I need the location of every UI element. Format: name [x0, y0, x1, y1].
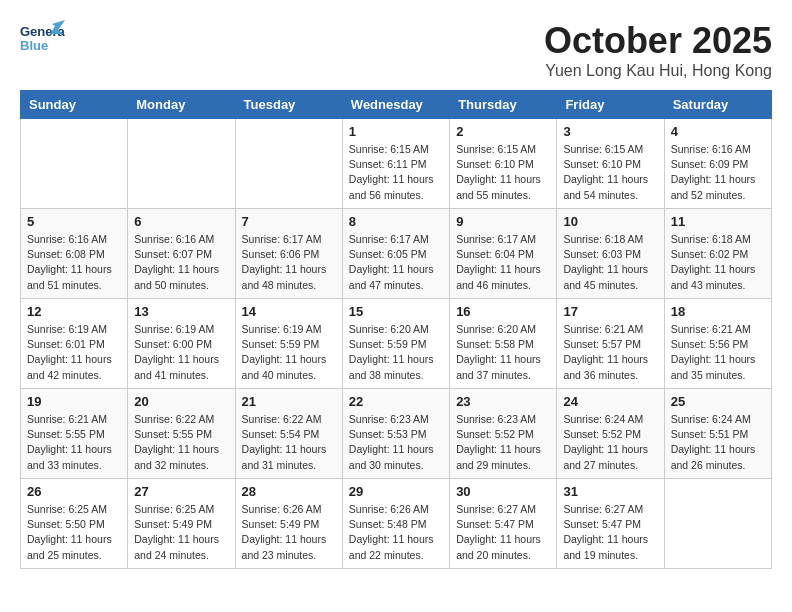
day-info: Sunrise: 6:15 AM Sunset: 6:10 PM Dayligh…	[563, 142, 657, 203]
day-info: Sunrise: 6:26 AM Sunset: 5:48 PM Dayligh…	[349, 502, 443, 563]
calendar-cell: 20Sunrise: 6:22 AM Sunset: 5:55 PM Dayli…	[128, 389, 235, 479]
col-header-sunday: Sunday	[21, 91, 128, 119]
day-number: 19	[27, 394, 121, 409]
header-row: SundayMondayTuesdayWednesdayThursdayFrid…	[21, 91, 772, 119]
calendar-cell: 5Sunrise: 6:16 AM Sunset: 6:08 PM Daylig…	[21, 209, 128, 299]
week-row-4: 19Sunrise: 6:21 AM Sunset: 5:55 PM Dayli…	[21, 389, 772, 479]
calendar-cell	[128, 119, 235, 209]
calendar-cell	[21, 119, 128, 209]
week-row-2: 5Sunrise: 6:16 AM Sunset: 6:08 PM Daylig…	[21, 209, 772, 299]
calendar-cell: 11Sunrise: 6:18 AM Sunset: 6:02 PM Dayli…	[664, 209, 771, 299]
calendar-cell: 27Sunrise: 6:25 AM Sunset: 5:49 PM Dayli…	[128, 479, 235, 569]
calendar-cell: 22Sunrise: 6:23 AM Sunset: 5:53 PM Dayli…	[342, 389, 449, 479]
title-area: October 2025 Yuen Long Kau Hui, Hong Kon…	[544, 20, 772, 80]
day-info: Sunrise: 6:23 AM Sunset: 5:52 PM Dayligh…	[456, 412, 550, 473]
day-info: Sunrise: 6:20 AM Sunset: 5:59 PM Dayligh…	[349, 322, 443, 383]
day-info: Sunrise: 6:16 AM Sunset: 6:07 PM Dayligh…	[134, 232, 228, 293]
day-info: Sunrise: 6:27 AM Sunset: 5:47 PM Dayligh…	[456, 502, 550, 563]
calendar-cell: 12Sunrise: 6:19 AM Sunset: 6:01 PM Dayli…	[21, 299, 128, 389]
day-info: Sunrise: 6:21 AM Sunset: 5:55 PM Dayligh…	[27, 412, 121, 473]
day-number: 1	[349, 124, 443, 139]
calendar-cell: 1Sunrise: 6:15 AM Sunset: 6:11 PM Daylig…	[342, 119, 449, 209]
calendar-cell: 30Sunrise: 6:27 AM Sunset: 5:47 PM Dayli…	[450, 479, 557, 569]
calendar-cell	[664, 479, 771, 569]
day-info: Sunrise: 6:16 AM Sunset: 6:09 PM Dayligh…	[671, 142, 765, 203]
logo: General Blue	[20, 20, 65, 62]
day-info: Sunrise: 6:21 AM Sunset: 5:56 PM Dayligh…	[671, 322, 765, 383]
calendar-cell: 15Sunrise: 6:20 AM Sunset: 5:59 PM Dayli…	[342, 299, 449, 389]
day-number: 23	[456, 394, 550, 409]
day-number: 18	[671, 304, 765, 319]
day-number: 22	[349, 394, 443, 409]
logo-icon: General Blue	[20, 20, 65, 62]
day-info: Sunrise: 6:25 AM Sunset: 5:50 PM Dayligh…	[27, 502, 121, 563]
day-number: 24	[563, 394, 657, 409]
day-number: 11	[671, 214, 765, 229]
day-number: 29	[349, 484, 443, 499]
day-info: Sunrise: 6:15 AM Sunset: 6:11 PM Dayligh…	[349, 142, 443, 203]
week-row-1: 1Sunrise: 6:15 AM Sunset: 6:11 PM Daylig…	[21, 119, 772, 209]
day-info: Sunrise: 6:18 AM Sunset: 6:02 PM Dayligh…	[671, 232, 765, 293]
page-header: General Blue October 2025 Yuen Long Kau …	[20, 20, 772, 80]
calendar-cell: 24Sunrise: 6:24 AM Sunset: 5:52 PM Dayli…	[557, 389, 664, 479]
day-number: 17	[563, 304, 657, 319]
week-row-5: 26Sunrise: 6:25 AM Sunset: 5:50 PM Dayli…	[21, 479, 772, 569]
col-header-wednesday: Wednesday	[342, 91, 449, 119]
location-subtitle: Yuen Long Kau Hui, Hong Kong	[544, 62, 772, 80]
day-number: 21	[242, 394, 336, 409]
svg-text:Blue: Blue	[20, 38, 48, 53]
calendar-cell: 2Sunrise: 6:15 AM Sunset: 6:10 PM Daylig…	[450, 119, 557, 209]
day-info: Sunrise: 6:20 AM Sunset: 5:58 PM Dayligh…	[456, 322, 550, 383]
day-info: Sunrise: 6:19 AM Sunset: 5:59 PM Dayligh…	[242, 322, 336, 383]
calendar-cell: 17Sunrise: 6:21 AM Sunset: 5:57 PM Dayli…	[557, 299, 664, 389]
col-header-tuesday: Tuesday	[235, 91, 342, 119]
calendar-table: SundayMondayTuesdayWednesdayThursdayFrid…	[20, 90, 772, 569]
day-number: 16	[456, 304, 550, 319]
day-info: Sunrise: 6:15 AM Sunset: 6:10 PM Dayligh…	[456, 142, 550, 203]
day-info: Sunrise: 6:17 AM Sunset: 6:05 PM Dayligh…	[349, 232, 443, 293]
day-number: 12	[27, 304, 121, 319]
day-info: Sunrise: 6:16 AM Sunset: 6:08 PM Dayligh…	[27, 232, 121, 293]
day-number: 27	[134, 484, 228, 499]
day-info: Sunrise: 6:26 AM Sunset: 5:49 PM Dayligh…	[242, 502, 336, 563]
day-number: 5	[27, 214, 121, 229]
day-info: Sunrise: 6:27 AM Sunset: 5:47 PM Dayligh…	[563, 502, 657, 563]
day-number: 13	[134, 304, 228, 319]
day-number: 25	[671, 394, 765, 409]
calendar-cell: 6Sunrise: 6:16 AM Sunset: 6:07 PM Daylig…	[128, 209, 235, 299]
day-info: Sunrise: 6:19 AM Sunset: 6:01 PM Dayligh…	[27, 322, 121, 383]
day-number: 15	[349, 304, 443, 319]
calendar-cell: 19Sunrise: 6:21 AM Sunset: 5:55 PM Dayli…	[21, 389, 128, 479]
day-info: Sunrise: 6:18 AM Sunset: 6:03 PM Dayligh…	[563, 232, 657, 293]
month-title: October 2025	[544, 20, 772, 62]
calendar-cell: 23Sunrise: 6:23 AM Sunset: 5:52 PM Dayli…	[450, 389, 557, 479]
day-info: Sunrise: 6:25 AM Sunset: 5:49 PM Dayligh…	[134, 502, 228, 563]
col-header-friday: Friday	[557, 91, 664, 119]
day-number: 26	[27, 484, 121, 499]
day-info: Sunrise: 6:24 AM Sunset: 5:52 PM Dayligh…	[563, 412, 657, 473]
week-row-3: 12Sunrise: 6:19 AM Sunset: 6:01 PM Dayli…	[21, 299, 772, 389]
calendar-cell: 26Sunrise: 6:25 AM Sunset: 5:50 PM Dayli…	[21, 479, 128, 569]
day-number: 2	[456, 124, 550, 139]
day-number: 30	[456, 484, 550, 499]
calendar-cell: 31Sunrise: 6:27 AM Sunset: 5:47 PM Dayli…	[557, 479, 664, 569]
day-info: Sunrise: 6:17 AM Sunset: 6:06 PM Dayligh…	[242, 232, 336, 293]
calendar-cell: 29Sunrise: 6:26 AM Sunset: 5:48 PM Dayli…	[342, 479, 449, 569]
col-header-thursday: Thursday	[450, 91, 557, 119]
day-number: 9	[456, 214, 550, 229]
calendar-cell: 28Sunrise: 6:26 AM Sunset: 5:49 PM Dayli…	[235, 479, 342, 569]
day-number: 4	[671, 124, 765, 139]
day-info: Sunrise: 6:17 AM Sunset: 6:04 PM Dayligh…	[456, 232, 550, 293]
day-info: Sunrise: 6:19 AM Sunset: 6:00 PM Dayligh…	[134, 322, 228, 383]
calendar-cell	[235, 119, 342, 209]
calendar-cell: 25Sunrise: 6:24 AM Sunset: 5:51 PM Dayli…	[664, 389, 771, 479]
calendar-cell: 16Sunrise: 6:20 AM Sunset: 5:58 PM Dayli…	[450, 299, 557, 389]
day-info: Sunrise: 6:22 AM Sunset: 5:55 PM Dayligh…	[134, 412, 228, 473]
calendar-cell: 10Sunrise: 6:18 AM Sunset: 6:03 PM Dayli…	[557, 209, 664, 299]
day-number: 7	[242, 214, 336, 229]
day-number: 3	[563, 124, 657, 139]
day-number: 28	[242, 484, 336, 499]
day-info: Sunrise: 6:22 AM Sunset: 5:54 PM Dayligh…	[242, 412, 336, 473]
col-header-saturday: Saturday	[664, 91, 771, 119]
day-number: 6	[134, 214, 228, 229]
